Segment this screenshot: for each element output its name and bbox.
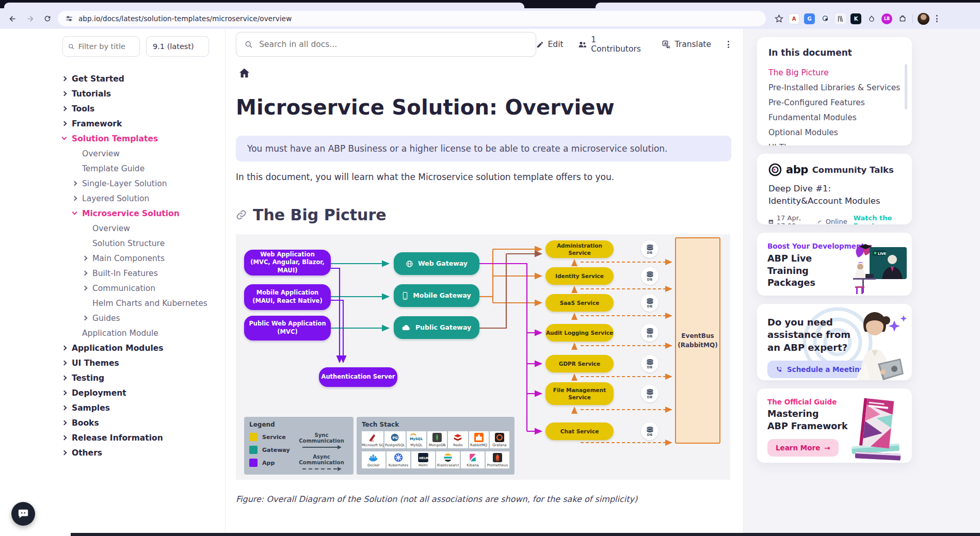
sidebar-item-ui-themes[interactable]: UI Themes xyxy=(62,355,225,370)
db-label: DB xyxy=(647,365,652,369)
edit-label: Edit xyxy=(548,40,564,49)
version-select[interactable]: 9.1 (latest) xyxy=(146,36,209,57)
database-icon: DB xyxy=(641,355,658,372)
sidebar-item-tools[interactable]: Tools xyxy=(62,101,225,116)
shape-extension-icon[interactable] xyxy=(866,13,877,24)
k-extension-icon[interactable]: K xyxy=(850,13,861,24)
toc-item-fundamental[interactable]: Fundamental Modules xyxy=(768,110,901,125)
toc-title: In this document xyxy=(768,47,901,58)
sidebar-item-solution-templates[interactable]: Solution Templates xyxy=(62,131,225,146)
book-illustration xyxy=(843,396,907,463)
expert-photo xyxy=(841,309,909,380)
database-icon: DB xyxy=(641,385,658,402)
sidebar-item-label: Application Module xyxy=(82,329,158,338)
tech-prometheus: Prometheus xyxy=(486,451,509,468)
lb-extension-icon[interactable]: LB xyxy=(881,13,892,24)
sidebar-item-built-in-features[interactable]: Built-In Features xyxy=(62,266,225,281)
sidebar-item-tutorials[interactable]: Tutorials xyxy=(62,86,225,101)
helm-icon: HELM xyxy=(418,453,428,462)
site-info-icon[interactable] xyxy=(65,14,73,23)
sidebar-item-single-layer[interactable]: Single-Layer Solution xyxy=(62,176,225,191)
home-icon[interactable] xyxy=(239,68,250,78)
back-button[interactable] xyxy=(5,11,20,26)
forward-icon xyxy=(26,14,35,23)
toc-item-optional[interactable]: Optional Modules xyxy=(768,125,901,140)
sidebar-item-guides[interactable]: Guides xyxy=(62,311,225,326)
sidebar-item-main-components[interactable]: Main Components xyxy=(62,251,225,266)
sidebar-item-label: Guides xyxy=(92,314,120,323)
edit-button[interactable]: Edit xyxy=(536,40,564,49)
sidebar-item-application-modules[interactable]: Application Modules xyxy=(62,340,225,355)
toc-item-preinstalled[interactable]: Pre-Installed Libraries & Services xyxy=(768,80,901,95)
secondary-tab[interactable] xyxy=(596,3,980,8)
url-text[interactable]: abp.io/docs/latest/solution-templates/mi… xyxy=(78,14,292,23)
sidebar-item-deployment[interactable]: Deployment xyxy=(62,385,225,400)
sidebar-item-application-module[interactable]: Application Module xyxy=(62,326,225,340)
chat-widget-button[interactable] xyxy=(11,502,35,526)
reader-extension-icon[interactable]: A xyxy=(789,13,799,24)
lock-extension-icon[interactable] xyxy=(820,13,830,24)
sync-arrow xyxy=(298,445,345,450)
solution-diagram: Web Application (MVC, Angular, Blazor, M… xyxy=(236,234,730,480)
sidebar-item-release-information[interactable]: Release Information xyxy=(62,430,225,445)
toc-item-ui-theme[interactable]: UI Theme xyxy=(768,140,901,145)
app-color-swatch xyxy=(249,459,258,467)
toc-item-preconfigured[interactable]: Pre-Configured Features xyxy=(768,95,901,110)
sidebar-item-template-guide[interactable]: Template Guide xyxy=(62,161,225,176)
sidebar-item-ms-overview[interactable]: Overview xyxy=(62,221,225,236)
translate-extension-icon[interactable]: G xyxy=(804,13,815,24)
page-menu-button[interactable] xyxy=(726,39,731,50)
sidebar-item-communication[interactable]: Communication xyxy=(62,281,225,296)
profile-avatar[interactable] xyxy=(918,13,929,25)
legend-label: App xyxy=(262,460,275,466)
active-tab[interactable] xyxy=(4,3,524,8)
sidebar-item-get-started[interactable]: Get Started xyxy=(62,71,225,86)
contributors-button[interactable]: 1 Contributors xyxy=(578,35,648,54)
sidebar-item-overview[interactable]: Overview xyxy=(62,146,225,161)
tech-label: Microsoft SQL Se xyxy=(362,443,383,447)
sidebar-item-label: Main Components xyxy=(92,254,165,263)
sidebar-item-others[interactable]: Others xyxy=(62,445,225,460)
sidebar-item-helm-kubernetes[interactable]: Helm Charts and Kubernetes xyxy=(62,296,225,311)
watch-event-link[interactable]: Watch the Event xyxy=(854,214,901,224)
sidebar-item-solution-structure[interactable]: Solution Structure xyxy=(62,236,225,251)
kibana-icon xyxy=(468,453,477,462)
sidebar-item-samples[interactable]: Samples xyxy=(62,400,225,415)
node-sublabel: (MVC, Angular, Blazor, MAUI) xyxy=(244,258,331,274)
reload-icon xyxy=(43,14,52,23)
browser-menu-button[interactable] xyxy=(934,13,940,24)
anchor-link-icon[interactable] xyxy=(236,209,247,220)
toc-item-big-picture[interactable]: The Big Picture xyxy=(768,65,901,80)
address-bar[interactable]: abp.io/docs/latest/solution-templates/mi… xyxy=(58,11,766,26)
sidebar-item-microservice[interactable]: Microservice Solution xyxy=(62,206,225,221)
node-label: EventBus xyxy=(681,331,714,340)
reload-button[interactable] xyxy=(40,11,55,26)
sidebar-item-testing[interactable]: Testing xyxy=(62,370,225,385)
bookmark-star-icon[interactable] xyxy=(774,14,784,24)
docs-search-input[interactable] xyxy=(259,40,527,49)
sidebar-item-label: Deployment xyxy=(72,388,126,398)
waves-extension-icon[interactable] xyxy=(835,13,846,24)
toc-scrollbar[interactable] xyxy=(905,64,907,109)
node-label: Public Web Application xyxy=(249,320,326,328)
tech-label: Docker xyxy=(367,463,380,467)
right-rail: In this document The Big Picture Pre-Ins… xyxy=(744,29,980,533)
learn-more-button[interactable]: Learn More → xyxy=(767,439,839,457)
search-icon xyxy=(245,40,253,49)
extensions-puzzle-icon[interactable] xyxy=(897,13,908,24)
tech-elasticsearch: Elasticsearch xyxy=(436,451,460,468)
mastering-abp-card: The Official Guide Mastering ABP Framewo… xyxy=(757,388,912,463)
identity-service-node: Identity Service xyxy=(545,267,614,285)
node-label: Mobile Application xyxy=(256,289,319,297)
sidebar-item-label: Single-Layer Solution xyxy=(82,179,167,188)
tech-redis: Redis xyxy=(448,431,468,448)
filter-input[interactable] xyxy=(78,42,134,51)
sidebar-item-label: Overview xyxy=(82,149,120,158)
sidebar-item-books[interactable]: Books xyxy=(62,415,225,430)
community-event-title[interactable]: Deep Dive #1: Identity&Account Modules xyxy=(768,183,901,207)
sidebar-item-framework[interactable]: Framework xyxy=(62,116,225,131)
mongodb-icon xyxy=(432,433,442,442)
translate-button[interactable]: A Translate xyxy=(662,40,711,49)
sidebar-item-layered[interactable]: Layered Solution xyxy=(62,191,225,206)
forward-button[interactable] xyxy=(23,11,37,26)
